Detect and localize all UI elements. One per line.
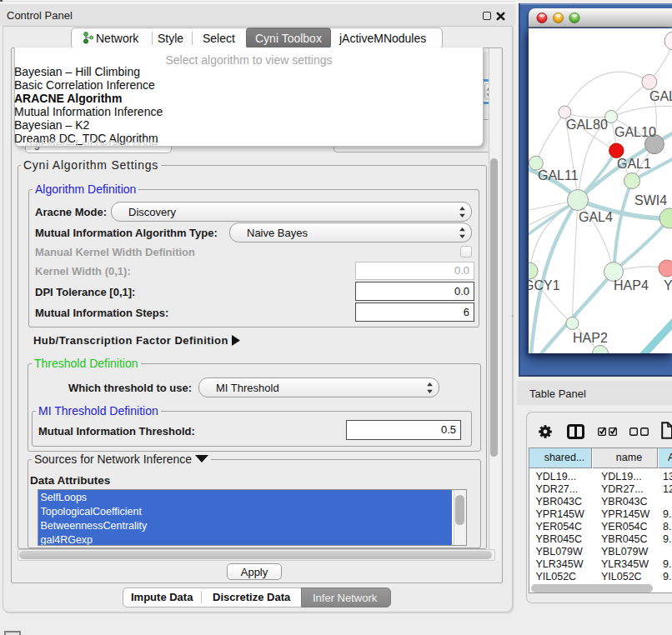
svg-text:YD: YD [664, 278, 672, 292]
svg-text:GAL7: GAL7 [649, 89, 672, 103]
svg-text:GCY1: GCY1 [529, 278, 560, 292]
svg-text:GAL4: GAL4 [579, 210, 613, 224]
svg-text:GAL1: GAL1 [617, 157, 651, 171]
svg-text:GAL10: GAL10 [614, 125, 656, 139]
svg-text:HAP2: HAP2 [573, 331, 608, 345]
svg-text:GAL11: GAL11 [538, 168, 579, 182]
svg-text:HAP4: HAP4 [614, 278, 649, 292]
svg-text:SWI4: SWI4 [634, 193, 667, 208]
svg-text:GAL80: GAL80 [566, 118, 608, 132]
